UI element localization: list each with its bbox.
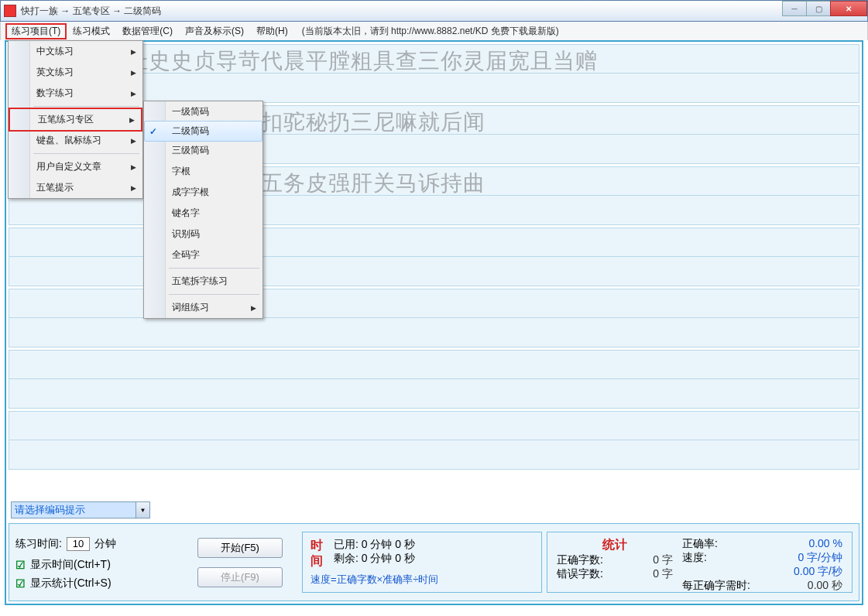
menu-user-article[interactable]: 用户自定义文章▶ <box>9 156 142 177</box>
practice-project-menu: 中文练习▶ 英文练习▶ 数字练习▶ 五笔练习专区▶ 键盘、鼠标练习▶ 用户自定义… <box>8 40 143 199</box>
chevron-down-icon[interactable]: ▼ <box>136 502 149 518</box>
submenu-keyname[interactable]: 键名字 <box>144 203 262 224</box>
encoding-hint-combo[interactable]: ▼ <box>11 501 150 518</box>
menu-keyboard-mouse[interactable]: 键盘、鼠标练习▶ <box>9 130 142 151</box>
app-icon <box>4 5 16 17</box>
menu-help[interactable]: 帮助(H) <box>250 23 294 39</box>
submenu-level3-code[interactable]: 三级简码 <box>144 140 262 161</box>
submenu-char-radical[interactable]: 成字字根 <box>144 182 262 203</box>
buttons-col: 开始(F5) 停止(F9) <box>178 532 302 593</box>
char-row <box>9 411 859 440</box>
encoding-hint-area: ▼ <box>11 501 150 518</box>
menu-wubi-hint[interactable]: 五笔提示▶ <box>9 177 142 198</box>
char-row <box>9 228 859 257</box>
speed-label: 速度: <box>682 551 707 565</box>
menu-practice-mode[interactable]: 练习模式 <box>67 23 116 39</box>
time-box: 时间 已用: 0 分钟 0 秒 剩余: 0 分钟 0 秒 速度=正确字数×准确率… <box>302 532 542 593</box>
correct-chars-val: 0 字 <box>653 553 673 567</box>
submenu-radical[interactable]: 字根 <box>144 161 262 182</box>
input-row[interactable] <box>9 440 859 470</box>
version-note: (当前版本太旧，请到 http://www.8882.net/KD 免费下载最新… <box>302 25 559 38</box>
accuracy-label: 正确率: <box>682 537 718 551</box>
stats-panel: 练习时间: 分钟 ☑显示时间(Ctrl+T) ☑显示统计(Ctrl+S) 开始(… <box>9 523 859 601</box>
wubi-zone-submenu: 一级简码 ✓二级简码 三级简码 字根 成字字根 键名字 识别码 全码字 五笔拆字… <box>143 101 263 319</box>
show-stats-checkbox[interactable]: ☑显示统计(Ctrl+S) <box>15 577 178 590</box>
stop-button[interactable]: 停止(F9) <box>197 567 283 587</box>
char-row <box>9 289 859 318</box>
correct-chars-label: 正确字数: <box>557 553 603 567</box>
practice-time-label: 练习时间: <box>15 537 62 551</box>
submenu-wubi-split[interactable]: 五笔拆字练习 <box>144 271 262 292</box>
menu-number-practice[interactable]: 数字练习▶ <box>9 83 142 104</box>
char-row <box>9 350 859 379</box>
speed-val2: 0.00 字/秒 <box>794 565 842 579</box>
speed-formula: 速度=正确字数×准确率÷时间 <box>310 573 533 587</box>
encoding-hint-input[interactable] <box>12 502 136 518</box>
show-time-checkbox[interactable]: ☑显示时间(Ctrl+T) <box>15 558 178 572</box>
menu-practice-project[interactable]: 练习项目(T) <box>5 23 67 39</box>
menu-data-manage[interactable]: 数据管理(C) <box>116 23 179 39</box>
menu-chinese-practice[interactable]: 中文练习▶ <box>9 41 142 62</box>
per-char-label: 每正确字需时: <box>682 579 750 593</box>
submenu-level2-code[interactable]: ✓二级简码 <box>144 121 262 142</box>
minimize-button[interactable]: ─ <box>782 1 807 16</box>
input-row[interactable] <box>9 379 859 409</box>
input-row[interactable] <box>9 318 859 347</box>
time-vertical-label: 时间 <box>310 538 334 569</box>
per-char-val: 0.00 秒 <box>808 579 842 593</box>
window-controls: ─ ▢ ✕ <box>783 1 867 16</box>
submenu-phrase-practice[interactable]: 词组练习▶ <box>144 297 262 318</box>
practice-time-input[interactable] <box>67 537 90 551</box>
time-used: 已用: 0 分钟 0 秒 <box>334 538 533 552</box>
practice-time-unit: 分钟 <box>94 537 116 551</box>
menubar: 练习项目(T) 练习模式 数据管理(C) 声音及标示(S) 帮助(H) (当前版… <box>0 22 868 40</box>
controls-col: 练习时间: 分钟 ☑显示时间(Ctrl+T) ☑显示统计(Ctrl+S) <box>15 532 178 593</box>
input-row[interactable] <box>9 196 859 225</box>
menu-sound-mark[interactable]: 声音及标示(S) <box>179 23 250 39</box>
speed-val: 0 字/分钟 <box>798 551 842 565</box>
check-icon: ✓ <box>149 126 157 137</box>
submenu-identifier[interactable]: 识别码 <box>144 224 262 245</box>
menu-english-practice[interactable]: 英文练习▶ <box>9 62 142 83</box>
stats-title: 统计 <box>557 537 673 553</box>
submenu-fullcode[interactable]: 全码字 <box>144 245 262 265</box>
window-title: 快打一族 → 五笔专区 → 二级简码 <box>21 5 161 18</box>
menu-wubi-zone[interactable]: 五笔练习专区▶ <box>9 108 142 132</box>
statistics-box: 统计 正确字数:0 字 错误字数:0 字 正确率:0.00 % 速度:0 字/分… <box>547 532 853 593</box>
input-row[interactable] <box>9 257 859 286</box>
start-button[interactable]: 开始(F5) <box>197 538 283 558</box>
error-chars-val: 0 字 <box>653 567 673 581</box>
titlebar: 快打一族 → 五笔专区 → 二级简码 ─ ▢ ✕ <box>0 0 868 22</box>
maximize-button[interactable]: ▢ <box>806 1 831 16</box>
time-remain: 剩余: 0 分钟 0 秒 <box>334 552 533 566</box>
submenu-level1-code[interactable]: 一级简码 <box>144 101 262 122</box>
close-button[interactable]: ✕ <box>830 1 867 16</box>
accuracy-val: 0.00 % <box>808 537 842 551</box>
error-chars-label: 错误字数: <box>557 567 603 581</box>
